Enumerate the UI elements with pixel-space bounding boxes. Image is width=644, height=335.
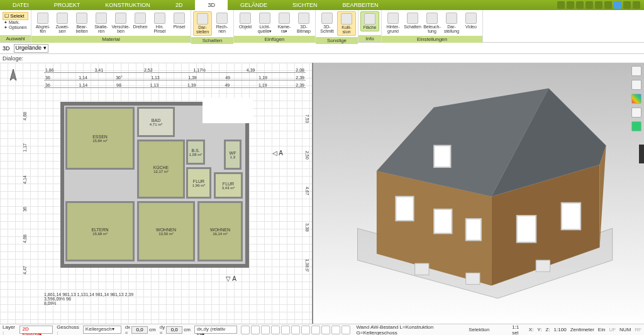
status-bar: Layer : 2D Einricht▾ Geschoss : Kellerge… xyxy=(0,324,644,335)
side-panel-toggle[interactable] xyxy=(639,145,644,163)
dx-input[interactable] xyxy=(131,326,148,334)
status-icon-8[interactable] xyxy=(311,326,320,334)
materials-icon[interactable] xyxy=(631,94,641,104)
abgreifen-button[interactable]: Abgrei- fen xyxy=(33,11,52,35)
menu-icon-6[interactable] xyxy=(604,1,612,9)
status-icon-11[interactable] xyxy=(341,326,350,334)
menu-icon-4[interactable] xyxy=(586,1,593,9)
zuweisen-button[interactable]: Zuwei- sen xyxy=(53,11,72,35)
3d-viewport[interactable] xyxy=(313,63,644,324)
svg-rect-8 xyxy=(396,197,413,221)
menu-bar: DATEI PROJEKT KONSTRUKTION 2D 3D GELÄNDE… xyxy=(0,0,644,10)
hintergrund-button[interactable]: Hinter- grund xyxy=(384,11,402,35)
3d-schnitt-button[interactable]: 3D- Schnitt xyxy=(318,11,336,35)
help-icon[interactable] xyxy=(614,1,621,9)
menu-icon-2[interactable] xyxy=(567,1,574,9)
status-icon-6[interactable] xyxy=(291,326,300,334)
dims-top: 1,863,41 2,521,17½ 4,392,08 361,14 36°1,… xyxy=(44,65,306,91)
objekt-button[interactable]: Objekt xyxy=(236,11,255,30)
svg-rect-12 xyxy=(562,203,580,230)
section-marker-bottom: ▽ A xyxy=(226,275,236,282)
drehen-button[interactable]: Drehen xyxy=(131,11,150,30)
group-sonstige-label: Sonstige xyxy=(316,37,358,44)
layers-icon[interactable] xyxy=(631,66,641,76)
floor-plan: ESSEN15,84 m² BAD4,71 m² KÜCHE12,17 m² B… xyxy=(60,102,249,268)
darstellung-button[interactable]: Dar- stellung xyxy=(442,11,461,35)
flaeche-button[interactable]: Fläche xyxy=(360,11,379,31)
selektion-label: Selektion xyxy=(469,327,489,332)
tab-2d[interactable]: 2D xyxy=(163,0,196,10)
hin-pinsel-button[interactable]: Hin. Pinsel xyxy=(150,11,169,35)
tab-gelaende[interactable]: GELÄNDE xyxy=(228,0,280,10)
mode-label: 3D xyxy=(3,45,10,52)
room-kueche: KÜCHE12,17 m² xyxy=(137,140,185,199)
tab-3d[interactable]: 3D xyxy=(195,0,228,10)
bearbeiten-button[interactable]: Bear- beiten xyxy=(72,11,91,35)
dy-input[interactable] xyxy=(166,326,182,334)
rechnen-button[interactable]: Rech- nen xyxy=(213,11,231,35)
kollision-button[interactable]: Kolli- sion xyxy=(337,11,356,36)
menu-icons xyxy=(557,1,644,9)
darstellen-button[interactable]: Dar- stellen xyxy=(193,11,212,36)
menu-icon-8[interactable] xyxy=(623,1,631,9)
room-wf: WF1,3 xyxy=(224,140,242,170)
status-icon-3[interactable] xyxy=(261,326,270,334)
status-icon-7[interactable] xyxy=(301,326,310,334)
optionen-button[interactable]: ✦ Optionen xyxy=(3,25,28,30)
selekt-button[interactable]: ☐ Selekt xyxy=(3,12,28,20)
search-icon[interactable] xyxy=(631,107,641,118)
group-material-label: Material xyxy=(31,36,191,43)
pinsel-button[interactable]: Pinsel xyxy=(170,11,189,30)
kamera-button[interactable]: Kame- ra▾ xyxy=(275,11,294,35)
room-eltern: ELTERN15,68 m² xyxy=(65,201,135,261)
layer-combo[interactable]: 2D Einricht▾ xyxy=(19,326,53,334)
skalieren-button[interactable]: Skalie- ren xyxy=(92,11,111,35)
x-label: X: xyxy=(529,327,534,332)
tab-bearbeiten[interactable]: BEARBEITEN xyxy=(330,0,391,10)
z-label: Z: xyxy=(545,327,550,332)
group-info-label: Info xyxy=(358,35,381,42)
2d-viewport[interactable]: 1,863,41 2,521,17½ 4,392,08 361,14 36°1,… xyxy=(0,63,313,324)
status-icon-4[interactable] xyxy=(271,326,280,334)
svg-rect-11 xyxy=(517,216,536,243)
dy-unit: cm xyxy=(184,327,191,332)
menu-icon-3[interactable] xyxy=(576,1,584,9)
3d-bitmap-button[interactable]: 3D- Bitmap xyxy=(294,11,313,35)
dims-left: 4,681,17 4,1436 4,684,47 xyxy=(23,101,45,286)
schatten-settings-button[interactable]: Schatten xyxy=(403,11,422,30)
verschieben-button[interactable]: Verschie- ben xyxy=(111,11,130,35)
status-icon-10[interactable] xyxy=(331,326,340,334)
menu-icon-9[interactable] xyxy=(633,1,640,9)
tab-datei[interactable]: DATEI xyxy=(0,0,42,10)
video-button[interactable]: Video xyxy=(462,11,480,30)
mark-button[interactable]: ✦ Mark. xyxy=(3,20,28,25)
layer-label: Layer : xyxy=(3,324,16,336)
furniture-icon[interactable] xyxy=(631,80,641,90)
status-icon-5[interactable] xyxy=(281,326,290,334)
menu-icon-5[interactable] xyxy=(595,1,602,9)
svg-rect-16 xyxy=(536,260,550,272)
dy-label: dy = xyxy=(160,324,165,336)
coord-mode-combo[interactable]: dx,dy (relativ ka▾ xyxy=(194,326,237,334)
status-icon-1[interactable] xyxy=(241,326,250,334)
scale-label: 1:1 sel xyxy=(512,324,525,336)
geschoss-label: Geschoss : xyxy=(57,324,79,336)
scale2-label: 1:100 xyxy=(554,327,567,332)
room-wohnen2: WOHNEN16,14 m² xyxy=(197,201,243,261)
lichtquelle-button[interactable]: Licht- quelle▾ xyxy=(255,11,274,35)
status-icon-9[interactable] xyxy=(321,326,330,334)
svg-rect-9 xyxy=(434,209,452,234)
tab-konstruktion[interactable]: KONSTRUKTION xyxy=(92,0,163,10)
svg-rect-10 xyxy=(466,219,481,240)
geschoss-combo[interactable]: Kellergesch▾ xyxy=(83,326,121,334)
status-tool-icons xyxy=(241,326,350,334)
tab-sichten[interactable]: SICHTEN xyxy=(280,0,330,10)
status-icon-2[interactable] xyxy=(251,326,260,334)
side-toolbar xyxy=(630,66,643,131)
svg-rect-14 xyxy=(415,263,429,275)
tab-projekt[interactable]: PROJEKT xyxy=(42,0,93,10)
tree-icon[interactable] xyxy=(631,121,641,131)
menu-icon-1[interactable] xyxy=(557,1,565,9)
beleuchtung-button[interactable]: Beleuch- tung xyxy=(423,11,441,35)
layer-dropdown[interactable]: Urgelände ▾ xyxy=(14,44,48,53)
